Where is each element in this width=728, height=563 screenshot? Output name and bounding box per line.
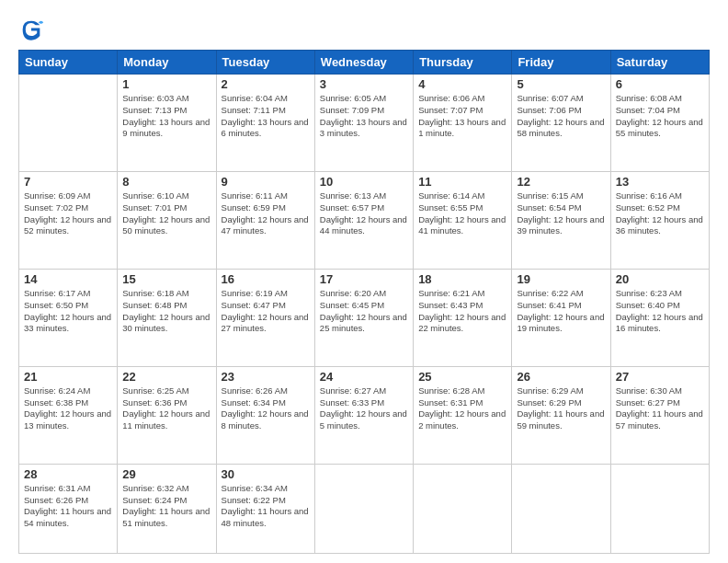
calendar-cell: 12Sunrise: 6:15 AMSunset: 6:54 PMDayligh…: [512, 171, 610, 269]
weekday-header-monday: Monday: [118, 51, 216, 75]
day-number: 11: [418, 175, 506, 189]
header: [18, 17, 710, 42]
day-info: Sunrise: 6:21 AMSunset: 6:43 PMDaylight:…: [418, 288, 506, 335]
day-info: Sunrise: 6:09 AMSunset: 7:02 PMDaylight:…: [24, 190, 112, 237]
day-number: 10: [320, 175, 408, 189]
day-info: Sunrise: 6:18 AMSunset: 6:48 PMDaylight:…: [122, 288, 210, 335]
weekday-header-saturday: Saturday: [610, 51, 709, 75]
day-number: 4: [418, 77, 506, 91]
day-info: Sunrise: 6:22 AMSunset: 6:41 PMDaylight:…: [517, 288, 605, 335]
weekday-header-tuesday: Tuesday: [216, 51, 314, 75]
calendar-cell: 26Sunrise: 6:29 AMSunset: 6:29 PMDayligh…: [512, 366, 610, 464]
day-number: 25: [418, 370, 506, 384]
day-info: Sunrise: 6:26 AMSunset: 6:34 PMDaylight:…: [222, 385, 310, 432]
day-number: 28: [24, 467, 112, 481]
day-number: 3: [320, 77, 408, 91]
day-number: 29: [122, 467, 210, 481]
calendar-cell: 7Sunrise: 6:09 AMSunset: 7:02 PMDaylight…: [19, 171, 118, 269]
day-number: 8: [122, 175, 210, 189]
calendar-cell: 21Sunrise: 6:24 AMSunset: 6:38 PMDayligh…: [19, 366, 118, 464]
calendar-cell: 3Sunrise: 6:05 AMSunset: 7:09 PMDaylight…: [314, 75, 413, 172]
calendar-cell: 1Sunrise: 6:03 AMSunset: 7:13 PMDaylight…: [118, 75, 216, 172]
weekday-header-wednesday: Wednesday: [314, 51, 413, 75]
calendar-cell: 14Sunrise: 6:17 AMSunset: 6:50 PMDayligh…: [19, 269, 118, 366]
day-number: 24: [320, 370, 408, 384]
day-number: 17: [320, 272, 408, 286]
week-row-3: 14Sunrise: 6:17 AMSunset: 6:50 PMDayligh…: [19, 269, 710, 366]
weekday-header-friday: Friday: [512, 51, 610, 75]
day-number: 30: [222, 467, 310, 481]
day-info: Sunrise: 6:10 AMSunset: 7:01 PMDaylight:…: [122, 190, 210, 237]
calendar-cell: 9Sunrise: 6:11 AMSunset: 6:59 PMDaylight…: [216, 171, 314, 269]
day-info: Sunrise: 6:13 AMSunset: 6:57 PMDaylight:…: [320, 190, 408, 237]
logo: [18, 17, 48, 42]
day-info: Sunrise: 6:03 AMSunset: 7:13 PMDaylight:…: [122, 93, 210, 140]
calendar-cell: 5Sunrise: 6:07 AMSunset: 7:06 PMDaylight…: [512, 75, 610, 172]
day-number: 22: [122, 370, 210, 384]
day-info: Sunrise: 6:30 AMSunset: 6:27 PMDaylight:…: [616, 385, 704, 432]
day-info: Sunrise: 6:06 AMSunset: 7:07 PMDaylight:…: [418, 93, 506, 140]
calendar-cell: [19, 75, 118, 172]
day-info: Sunrise: 6:17 AMSunset: 6:50 PMDaylight:…: [24, 288, 112, 335]
day-info: Sunrise: 6:25 AMSunset: 6:36 PMDaylight:…: [122, 385, 210, 432]
day-number: 9: [222, 175, 310, 189]
week-row-4: 21Sunrise: 6:24 AMSunset: 6:38 PMDayligh…: [19, 366, 710, 464]
calendar-cell: 18Sunrise: 6:21 AMSunset: 6:43 PMDayligh…: [414, 269, 512, 366]
calendar-cell: 25Sunrise: 6:28 AMSunset: 6:31 PMDayligh…: [414, 366, 512, 464]
calendar-cell: 8Sunrise: 6:10 AMSunset: 7:01 PMDaylight…: [118, 171, 216, 269]
day-number: 7: [24, 175, 112, 189]
day-info: Sunrise: 6:16 AMSunset: 6:52 PMDaylight:…: [616, 190, 704, 237]
calendar-cell: [314, 464, 413, 553]
day-number: 14: [24, 272, 112, 286]
calendar-cell: 23Sunrise: 6:26 AMSunset: 6:34 PMDayligh…: [216, 366, 314, 464]
day-number: 20: [616, 272, 704, 286]
day-number: 12: [517, 175, 605, 189]
day-number: 13: [616, 175, 704, 189]
week-row-1: 1Sunrise: 6:03 AMSunset: 7:13 PMDaylight…: [19, 75, 710, 172]
calendar-cell: 2Sunrise: 6:04 AMSunset: 7:11 PMDaylight…: [216, 75, 314, 172]
day-number: 16: [222, 272, 310, 286]
day-number: 19: [517, 272, 605, 286]
weekday-header-sunday: Sunday: [19, 51, 118, 75]
calendar-cell: 16Sunrise: 6:19 AMSunset: 6:47 PMDayligh…: [216, 269, 314, 366]
week-row-5: 28Sunrise: 6:31 AMSunset: 6:26 PMDayligh…: [19, 464, 710, 553]
day-number: 6: [616, 77, 704, 91]
day-info: Sunrise: 6:28 AMSunset: 6:31 PMDaylight:…: [418, 385, 506, 432]
calendar-cell: 19Sunrise: 6:22 AMSunset: 6:41 PMDayligh…: [512, 269, 610, 366]
calendar-cell: 15Sunrise: 6:18 AMSunset: 6:48 PMDayligh…: [118, 269, 216, 366]
day-info: Sunrise: 6:11 AMSunset: 6:59 PMDaylight:…: [222, 190, 310, 237]
day-info: Sunrise: 6:24 AMSunset: 6:38 PMDaylight:…: [24, 385, 112, 432]
calendar-cell: 20Sunrise: 6:23 AMSunset: 6:40 PMDayligh…: [610, 269, 709, 366]
calendar-cell: 17Sunrise: 6:20 AMSunset: 6:45 PMDayligh…: [314, 269, 413, 366]
calendar-cell: 29Sunrise: 6:32 AMSunset: 6:24 PMDayligh…: [118, 464, 216, 553]
calendar-cell: 13Sunrise: 6:16 AMSunset: 6:52 PMDayligh…: [610, 171, 709, 269]
calendar-cell: [414, 464, 512, 553]
page: SundayMondayTuesdayWednesdayThursdayFrid…: [0, 0, 728, 563]
day-info: Sunrise: 6:29 AMSunset: 6:29 PMDaylight:…: [517, 385, 605, 432]
calendar-cell: 22Sunrise: 6:25 AMSunset: 6:36 PMDayligh…: [118, 366, 216, 464]
calendar-cell: 6Sunrise: 6:08 AMSunset: 7:04 PMDaylight…: [610, 75, 709, 172]
day-info: Sunrise: 6:07 AMSunset: 7:06 PMDaylight:…: [517, 93, 605, 140]
weekday-header-row: SundayMondayTuesdayWednesdayThursdayFrid…: [19, 51, 710, 75]
day-info: Sunrise: 6:31 AMSunset: 6:26 PMDaylight:…: [24, 483, 112, 530]
day-info: Sunrise: 6:08 AMSunset: 7:04 PMDaylight:…: [616, 93, 704, 140]
weekday-header-thursday: Thursday: [414, 51, 512, 75]
day-info: Sunrise: 6:14 AMSunset: 6:55 PMDaylight:…: [418, 190, 506, 237]
calendar-table: SundayMondayTuesdayWednesdayThursdayFrid…: [18, 50, 710, 554]
calendar-cell: 27Sunrise: 6:30 AMSunset: 6:27 PMDayligh…: [610, 366, 709, 464]
calendar-cell: [610, 464, 709, 553]
calendar-cell: 4Sunrise: 6:06 AMSunset: 7:07 PMDaylight…: [414, 75, 512, 172]
calendar-cell: 10Sunrise: 6:13 AMSunset: 6:57 PMDayligh…: [314, 171, 413, 269]
day-number: 18: [418, 272, 506, 286]
day-info: Sunrise: 6:34 AMSunset: 6:22 PMDaylight:…: [222, 483, 310, 530]
day-number: 1: [122, 77, 210, 91]
day-info: Sunrise: 6:32 AMSunset: 6:24 PMDaylight:…: [122, 483, 210, 530]
day-info: Sunrise: 6:19 AMSunset: 6:47 PMDaylight:…: [222, 288, 310, 335]
day-info: Sunrise: 6:23 AMSunset: 6:40 PMDaylight:…: [616, 288, 704, 335]
day-info: Sunrise: 6:15 AMSunset: 6:54 PMDaylight:…: [517, 190, 605, 237]
day-info: Sunrise: 6:27 AMSunset: 6:33 PMDaylight:…: [320, 385, 408, 432]
calendar-cell: 11Sunrise: 6:14 AMSunset: 6:55 PMDayligh…: [414, 171, 512, 269]
week-row-2: 7Sunrise: 6:09 AMSunset: 7:02 PMDaylight…: [19, 171, 710, 269]
day-number: 2: [222, 77, 310, 91]
calendar-cell: 30Sunrise: 6:34 AMSunset: 6:22 PMDayligh…: [216, 464, 314, 553]
